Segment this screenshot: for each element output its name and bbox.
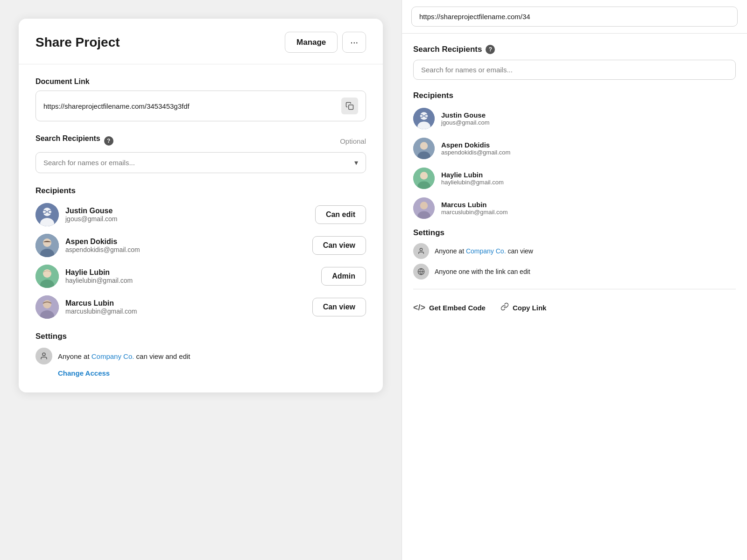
right-settings-title: Settings — [413, 228, 736, 238]
recipient-email-ml: marcuslubin@gmail.com — [65, 308, 137, 315]
recipient-name-hl: Haylie Lubin — [65, 268, 133, 277]
more-button[interactable]: ··· — [342, 32, 366, 53]
right-avatar-ad-svg — [413, 138, 435, 159]
url-bar — [402, 0, 747, 34]
company-link[interactable]: Company Co. — [92, 352, 134, 360]
svg-point-16 — [42, 353, 45, 356]
change-access-link[interactable]: Change Access — [58, 369, 110, 377]
svg-point-24 — [420, 142, 428, 150]
recipient-email-ad: aspendokidis@gmail.com — [65, 246, 140, 253]
right-recipient-name-ad: Aspen Dokidis — [441, 141, 510, 149]
svg-point-30 — [420, 202, 428, 210]
embed-icon: </> — [413, 303, 425, 313]
settings-section: Settings Anyone at Company Co. can view … — [35, 332, 366, 378]
right-globe-svg-icon — [417, 268, 425, 275]
right-settings-row-link: Anyone one with the link can edit — [413, 264, 736, 280]
left-panel: Share Project Manage ··· Document Link h… — [0, 0, 402, 560]
document-link-label: Document Link — [35, 77, 366, 86]
svg-point-27 — [420, 172, 428, 180]
right-recipient-name-jg: Justin Gouse — [441, 111, 490, 119]
right-avatar-jg — [413, 108, 435, 129]
right-avatar-hl — [413, 168, 435, 189]
settings-company-text: Anyone at Company Co. can view and edit — [58, 352, 190, 360]
settings-title: Settings — [35, 332, 366, 341]
copy-link-icon-button[interactable] — [341, 98, 358, 114]
recipient-name-jg: Justin Gouse — [65, 207, 117, 215]
avatar-marcus-lubin — [35, 295, 59, 319]
right-avatar-ad — [413, 138, 435, 159]
bottom-actions: </> Get Embed Code Copy Link — [413, 299, 736, 313]
help-icon[interactable]: ? — [104, 136, 113, 146]
right-recipient-jg: Justin Gouse jgous@gmail.com — [413, 108, 736, 129]
svg-point-14 — [43, 300, 51, 308]
embed-code-button[interactable]: </> Get Embed Code — [413, 303, 486, 313]
svg-rect-0 — [349, 105, 353, 110]
recipient-email-jg: jgous@gmail.com — [65, 215, 117, 223]
right-settings-link-text: Anyone one with the link can edit — [435, 268, 530, 275]
recipients-section: Recipients — [35, 186, 366, 319]
modal-header: Share Project Manage ··· — [19, 19, 383, 64]
right-avatar-ml — [413, 197, 435, 219]
recipient-info-hl: Haylie Lubin haylielubin@gmail.com — [35, 265, 133, 288]
right-panel: Search Recipients ? Recipients Justin Go… — [402, 0, 747, 560]
right-settings-company-text: Anyone at Company Co. can view — [435, 247, 533, 255]
recipient-info-ml: Marcus Lubin marcuslubin@gmail.com — [35, 295, 137, 319]
link-icon — [500, 302, 509, 313]
right-recipient-ml: Marcus Lubin marcuslubin@gmail.com — [413, 197, 736, 219]
right-recipient-email-ml: marcuslubin@gmail.com — [441, 209, 508, 216]
url-input[interactable] — [411, 7, 738, 27]
right-recipient-details-ml: Marcus Lubin marcuslubin@gmail.com — [441, 201, 508, 216]
right-recipient-ad: Aspen Dokidis aspendokidis@gmail.com — [413, 138, 736, 159]
right-recipient-email-hl: haylielubin@gmail.com — [441, 179, 504, 186]
right-divider — [413, 289, 736, 289]
recipient-details-ml: Marcus Lubin marcuslubin@gmail.com — [65, 299, 137, 315]
access-btn-hl[interactable]: Admin — [321, 267, 366, 286]
right-avatar-jg-svg — [413, 108, 435, 129]
change-access-wrap: Change Access — [35, 369, 366, 378]
recipient-name-ad: Aspen Dokidis — [65, 238, 140, 246]
right-recipients-title: Recipients — [413, 91, 736, 100]
right-globe-icon — [413, 264, 429, 280]
right-avatar-hl-svg — [413, 168, 435, 189]
right-recipient-hl: Haylie Lubin haylielubin@gmail.com — [413, 168, 736, 189]
avatar-jg-svg — [35, 203, 59, 226]
recipient-row: Justin Gouse jgous@gmail.com Can edit — [35, 203, 366, 226]
share-modal: Share Project Manage ··· Document Link h… — [19, 19, 383, 392]
recipient-row-hl: Haylie Lubin haylielubin@gmail.com Admin — [35, 265, 366, 288]
copy-link-label: Copy Link — [513, 304, 547, 312]
avatar-haylie-lubin — [35, 265, 59, 288]
access-btn-ad[interactable]: Can view — [312, 236, 366, 255]
person-svg-icon — [40, 352, 48, 360]
right-recipient-email-ad: aspendokidis@gmail.com — [441, 149, 510, 156]
right-search-label: Search Recipients ? — [413, 45, 736, 54]
svg-point-8 — [43, 238, 51, 247]
right-avatar-ml-svg — [413, 197, 435, 219]
avatar-ad-svg — [35, 234, 59, 257]
right-recipient-details-jg: Justin Gouse jgous@gmail.com — [441, 111, 490, 126]
right-search-input[interactable] — [413, 60, 736, 80]
recipient-info-jg: Justin Gouse jgous@gmail.com — [35, 203, 117, 226]
manage-button[interactable]: Manage — [285, 32, 338, 53]
recipient-info-ad: Aspen Dokidis aspendokidis@gmail.com — [35, 234, 140, 257]
recipient-details-ad: Aspen Dokidis aspendokidis@gmail.com — [65, 238, 140, 253]
right-person-svg-icon — [417, 247, 425, 255]
search-input[interactable] — [43, 159, 354, 167]
right-content: Search Recipients ? Recipients Justin Go… — [402, 34, 747, 560]
access-btn-jg[interactable]: Can edit — [315, 205, 366, 224]
recipient-row-ad: Aspen Dokidis aspendokidis@gmail.com Can… — [35, 234, 366, 257]
avatar-ml-svg — [35, 295, 59, 319]
search-input-wrap[interactable]: ▾ — [35, 152, 366, 173]
access-btn-ml[interactable]: Can view — [312, 298, 366, 316]
search-recipients-header: Search Recipients ? Optional — [35, 134, 366, 147]
right-recipient-email-jg: jgous@gmail.com — [441, 119, 490, 126]
right-settings-row-company: Anyone at Company Co. can view — [413, 243, 736, 259]
optional-label: Optional — [340, 137, 366, 145]
modal-body: Document Link https://shareprojectfilena… — [19, 64, 383, 392]
right-help-icon[interactable]: ? — [486, 45, 495, 54]
copy-icon — [345, 102, 354, 110]
modal-title: Share Project — [35, 35, 120, 50]
right-recipient-name-ml: Marcus Lubin — [441, 201, 508, 209]
copy-link-button[interactable]: Copy Link — [500, 302, 547, 313]
svg-point-11 — [43, 269, 51, 278]
avatar-justin-gouse — [35, 203, 59, 226]
